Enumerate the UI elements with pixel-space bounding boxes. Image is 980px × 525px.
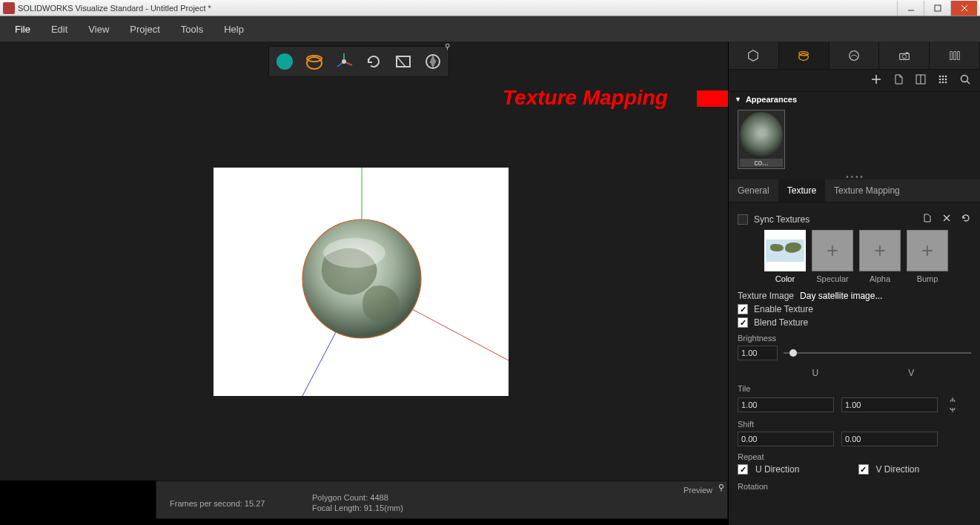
statusbar-pin-icon[interactable]: ⚲ (718, 483, 724, 492)
svg-rect-1 (935, 5, 941, 11)
repeat-v-checkbox[interactable] (858, 464, 869, 475)
svg-point-39 (939, 78, 941, 80)
svg-line-46 (967, 81, 970, 84)
polygon-count-readout: Polygon Count: 4488 (312, 493, 388, 502)
color-texture-thumb (766, 240, 804, 262)
rotation-label: Rotation (738, 482, 971, 491)
render-canvas[interactable] (213, 168, 509, 396)
annotation-text: Texture Mapping (503, 86, 668, 110)
viewport-layout-button[interactable] (394, 52, 413, 71)
sync-textures-checkbox[interactable] (738, 214, 748, 225)
menu-tools[interactable]: Tools (170, 18, 213, 41)
appearance-thumbnail[interactable]: co... (738, 110, 785, 169)
texture-slot-specular[interactable]: + Specular (812, 230, 853, 283)
svg-point-9 (277, 53, 293, 70)
subtab-texture-mapping[interactable]: Texture Mapping (825, 179, 909, 202)
texture-slot-bump[interactable]: + Bump (907, 230, 948, 283)
slot-alpha-label: Alpha (859, 274, 901, 283)
app-icon (3, 2, 15, 14)
appearance-button[interactable] (305, 52, 324, 71)
subtab-general[interactable]: General (729, 179, 778, 202)
menu-file[interactable]: File (4, 18, 41, 41)
appearances-section-header[interactable]: ▼ Appearances (729, 92, 980, 107)
texture-refresh-icon[interactable] (961, 213, 971, 225)
new-file-icon[interactable] (893, 73, 904, 88)
properties-panel: ▼ Appearances co... • • • • General Text… (728, 42, 980, 525)
texture-slot-alpha[interactable]: + Alpha (859, 230, 901, 283)
appearance-thumb-label: co... (740, 159, 783, 167)
repeat-u-label: U Direction (755, 464, 851, 475)
svg-point-38 (945, 75, 947, 77)
svg-point-37 (942, 75, 944, 77)
pin-icon[interactable]: ⚲ (445, 42, 450, 50)
window-close-button[interactable] (950, 1, 977, 16)
tab-cameras[interactable] (879, 42, 930, 69)
tile-v-input[interactable] (841, 397, 938, 412)
enable-texture-label: Enable Texture (754, 304, 813, 314)
u-header: U (767, 368, 864, 378)
slot-color-label: Color (764, 274, 806, 283)
preview-label[interactable]: Preview (683, 486, 712, 495)
appearances-label: Appearances (746, 95, 797, 104)
texture-slot-color[interactable]: Color (764, 230, 806, 283)
svg-point-43 (942, 81, 944, 83)
fps-readout: Frames per second: 15.27 (170, 499, 265, 508)
texture-delete-icon[interactable] (941, 213, 952, 225)
menu-help[interactable]: Help (213, 18, 254, 41)
manipulator-button[interactable] (334, 52, 354, 71)
tile-u-input[interactable] (738, 397, 834, 412)
window-maximize-button[interactable] (924, 1, 950, 16)
property-subtabs: General Texture Texture Mapping (729, 179, 980, 202)
shift-u-input[interactable] (738, 432, 834, 446)
repeat-u-checkbox[interactable] (738, 464, 748, 475)
grid-view-icon[interactable] (937, 73, 949, 88)
window-minimize-button[interactable] (897, 1, 924, 16)
tab-scenes[interactable] (830, 42, 880, 69)
camera-aperture-button[interactable] (423, 52, 443, 71)
blend-texture-checkbox[interactable] (738, 317, 748, 328)
texture-image-label: Texture Image (738, 291, 794, 301)
v-header: V (864, 368, 960, 378)
collapse-icon: ▼ (735, 96, 741, 103)
focal-length-readout: Focal Length: 91.15(mm) (312, 503, 403, 512)
texture-slot-row: Color + Specular + Alpha + Bump (764, 230, 971, 283)
tab-libraries[interactable] (930, 42, 980, 69)
svg-rect-26 (906, 52, 909, 53)
tile-link-icon[interactable] (948, 396, 957, 414)
svg-line-17 (397, 56, 405, 67)
brightness-label: Brightness (738, 334, 971, 343)
menu-view[interactable]: View (78, 18, 119, 41)
sync-textures-label: Sync Textures (754, 214, 810, 225)
shift-v-input[interactable] (841, 432, 938, 446)
svg-point-45 (961, 75, 968, 82)
texture-properties-scroll[interactable]: Sync Textures Color + Specular + Alpha + (729, 202, 980, 525)
search-icon[interactable] (959, 73, 971, 88)
add-icon[interactable] (870, 73, 882, 88)
blend-texture-label: Blend Texture (754, 317, 808, 328)
svg-point-40 (942, 78, 944, 80)
repeat-v-label: V Direction (876, 464, 972, 475)
window-titlebar: SOLIDWORKS Visualize Standard - Untitled… (0, 0, 980, 16)
slot-specular-label: Specular (812, 274, 853, 283)
brightness-slider[interactable] (784, 346, 971, 360)
svg-point-36 (939, 75, 941, 77)
panel-tool-row (729, 70, 980, 92)
svg-point-15 (342, 59, 346, 64)
tab-appearances[interactable] (779, 42, 830, 69)
menu-edit[interactable]: Edit (41, 18, 78, 41)
main-toolbar: ⚲ (268, 46, 449, 77)
texture-image-value[interactable]: Day satellite image... (800, 291, 882, 301)
texture-new-icon[interactable] (922, 213, 933, 225)
svg-point-42 (939, 81, 941, 83)
refresh-button[interactable] (364, 52, 383, 71)
brightness-input[interactable] (738, 346, 778, 360)
svg-point-44 (945, 81, 947, 83)
subtab-texture[interactable]: Texture (778, 179, 825, 202)
tile-label: Tile (738, 384, 971, 393)
menu-project[interactable]: Project (119, 18, 170, 41)
svg-point-10 (307, 57, 322, 69)
enable-texture-checkbox[interactable] (738, 304, 748, 314)
layout-split-icon[interactable] (915, 73, 927, 88)
tab-models[interactable] (729, 42, 779, 69)
render-mode-button[interactable] (275, 52, 294, 71)
